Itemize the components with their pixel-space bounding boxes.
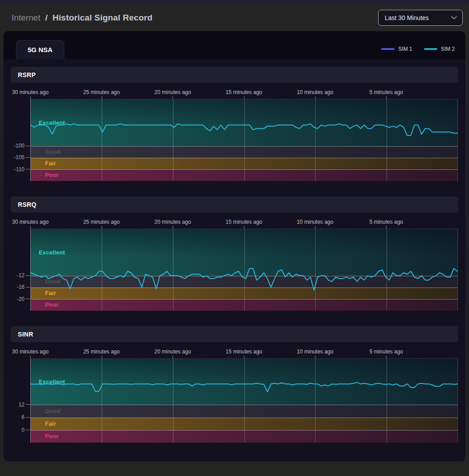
y-axis-label: -12: [17, 272, 25, 279]
chart-body-sinr: 1260 ExcellentGoodFairPoor: [11, 358, 457, 443]
y-axis-sinr: 1260: [11, 358, 30, 443]
line-layer: [31, 229, 457, 311]
y-axis-label: -20: [17, 296, 25, 302]
x-axis-label: 15 minutes ago: [226, 219, 262, 225]
chevron-down-icon: [451, 16, 457, 20]
x-axis-rsrq: 30 minutes ago25 minutes ago20 minutes a…: [30, 219, 457, 229]
tab-strip: 5G NSA SIM 1 SIM 2: [4, 31, 465, 59]
tab-5g-nsa[interactable]: 5G NSA: [16, 40, 64, 59]
chart-title-sinr: SINR: [18, 331, 33, 338]
y-axis-tick: [26, 146, 30, 146]
line-layer: [31, 99, 457, 181]
x-axis-label: 5 minutes ago: [370, 89, 403, 95]
x-axis-sinr: 30 minutes ago25 minutes ago20 minutes a…: [30, 349, 457, 358]
chart-section-rsrp: RSRP 30 minutes ago25 minutes ago20 minu…: [11, 67, 458, 181]
time-range-select[interactable]: Last 30 Minutes: [378, 10, 463, 26]
y-axis-label: -110: [14, 166, 25, 172]
chart-section-rsrq: RSRQ 30 minutes ago25 minutes ago20 minu…: [11, 197, 458, 311]
chart-header-sinr: SINR: [11, 326, 458, 342]
y-axis-tick: [26, 275, 30, 276]
chart-legend: SIM 1 SIM 2: [381, 46, 455, 52]
gridline-vertical: [457, 359, 458, 443]
chart-section-sinr: SINR 30 minutes ago25 minutes ago20 minu…: [11, 326, 458, 443]
y-axis-tick: [26, 287, 30, 287]
x-axis-label: 30 minutes ago: [12, 89, 49, 95]
y-axis-tick: [26, 430, 30, 430]
y-axis-label: -16: [17, 284, 25, 290]
x-axis-label: 10 minutes ago: [297, 219, 333, 225]
line-layer: [31, 359, 457, 443]
page-title: Historical Signal Record: [53, 13, 152, 23]
y-axis-rsrp: -100-105-110: [11, 99, 30, 181]
y-axis-label: -100: [14, 143, 25, 149]
breadcrumb-link-internet[interactable]: Internet: [12, 13, 40, 23]
legend-label-sim1: SIM 1: [398, 46, 412, 52]
x-axis-label: 30 minutes ago: [12, 219, 49, 225]
x-axis-label: 20 minutes ago: [154, 219, 191, 225]
x-axis-label: 25 minutes ago: [83, 349, 120, 355]
chart-body-rsrp: -100-105-110 ExcellentGoodFairPoor: [11, 99, 457, 181]
y-axis-rsrq: -12-16-20: [11, 229, 30, 311]
chart-title-rsrp: RSRP: [18, 71, 36, 78]
legend-item-sim2[interactable]: SIM 2: [424, 46, 455, 52]
x-axis-label: 25 minutes ago: [83, 89, 120, 95]
chart-header-rsrq: RSRQ: [11, 197, 458, 213]
signal-line-sim2: [31, 124, 457, 135]
x-axis-label: 5 minutes ago: [370, 219, 403, 225]
chart-body-rsrq: -12-16-20 ExcellentGoodFairPoor: [11, 229, 457, 311]
breadcrumb: Internet / Historical Signal Record: [12, 13, 152, 23]
page-header: Internet / Historical Signal Record Last…: [0, 4, 469, 31]
legend-label-sim2: SIM 2: [441, 46, 455, 52]
sim1-line-swatch: [381, 48, 395, 50]
x-axis-label: 20 minutes ago: [154, 349, 191, 355]
x-axis-label: 15 minutes ago: [226, 349, 262, 355]
gridline-vertical: [457, 229, 458, 311]
y-axis-tick: [26, 157, 30, 158]
y-axis-tick: [26, 417, 30, 418]
chart-header-rsrp: RSRP: [11, 67, 458, 83]
x-axis-label: 25 minutes ago: [83, 219, 120, 225]
x-axis-label: 5 minutes ago: [370, 349, 403, 355]
y-axis-tick: [26, 299, 30, 299]
y-axis-label: 6: [21, 414, 25, 420]
signal-record-card: 5G NSA SIM 1 SIM 2 RSRP 30 minutes ago25…: [4, 31, 465, 461]
breadcrumb-separator: /: [45, 13, 47, 23]
x-axis-label: 30 minutes ago: [12, 349, 49, 355]
top-strip: [0, 0, 469, 4]
plot-area-sinr: ExcellentGoodFairPoor: [30, 358, 457, 443]
y-axis-tick: [26, 404, 30, 405]
signal-line-sim2: [31, 268, 457, 290]
legend-item-sim1[interactable]: SIM 1: [381, 46, 412, 52]
sim2-line-swatch: [424, 48, 437, 50]
plot-area-rsrp: ExcellentGoodFairPoor: [30, 99, 457, 181]
y-axis-label: 12: [19, 402, 25, 408]
gridline-vertical: [457, 99, 458, 181]
x-axis-label: 20 minutes ago: [154, 89, 191, 95]
signal-line-sim2: [31, 382, 457, 392]
x-axis-label: 10 minutes ago: [297, 89, 333, 95]
y-axis-tick: [26, 169, 30, 169]
time-range-value: Last 30 Minutes: [385, 14, 429, 21]
plot-area-rsrq: ExcellentGoodFairPoor: [30, 229, 457, 311]
y-axis-label: 0: [21, 427, 25, 433]
chart-title-rsrq: RSRQ: [18, 201, 37, 208]
y-axis-label: -105: [14, 154, 25, 160]
x-axis-label: 10 minutes ago: [297, 349, 333, 355]
x-axis-rsrp: 30 minutes ago25 minutes ago20 minutes a…: [30, 89, 457, 99]
x-axis-label: 15 minutes ago: [226, 89, 262, 95]
